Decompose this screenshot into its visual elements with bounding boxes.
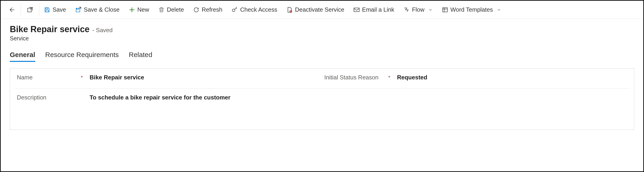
check-access-label: Check Access [240,6,277,13]
email-icon [354,7,360,13]
tab-related[interactable]: Related [129,51,152,62]
deactivate-label: Deactivate Service [295,6,344,13]
field-name[interactable]: Name * Bike Repair service [14,68,322,87]
save-button[interactable]: Save [39,1,70,19]
form-row: Description To schedule a bike repair se… [14,89,630,130]
description-value[interactable]: To schedule a bike repair service for th… [90,94,230,101]
flow-button[interactable]: Flow [399,1,437,19]
popout-icon [27,7,33,13]
delete-button[interactable]: Delete [154,1,188,19]
save-close-icon [75,7,82,13]
form-row: Name * Bike Repair service Initial Statu… [14,68,630,89]
tab-list: General Resource Requirements Related [1,51,643,62]
save-close-button[interactable]: Save & Close [70,1,124,19]
flow-icon [404,7,410,13]
deactivate-button[interactable]: Deactivate Service [282,1,349,19]
field-label: Initial Status Reason * [324,74,397,81]
word-templates-label: Word Templates [450,6,493,13]
new-button[interactable]: New [124,1,154,19]
refresh-icon [193,7,200,13]
command-bar: Save Save & Close New Delete Refresh Che… [1,1,643,19]
trash-icon [158,7,165,13]
chevron-down-icon [497,8,501,12]
delete-label: Delete [167,6,184,13]
word-templates-icon [442,7,448,13]
save-label: Save [52,6,66,13]
flow-label: Flow [412,6,424,13]
page-title: Bike Repair service [10,24,90,34]
plus-icon [129,7,135,13]
svg-rect-1 [46,8,48,9]
save-icon [44,7,50,13]
email-link-label: Email a Link [362,6,394,13]
record-header: Bike Repair service - Saved Service [1,19,643,42]
name-value[interactable]: Bike Repair service [90,74,144,81]
status-label-text: Initial Status Reason [324,74,378,81]
field-label: Description [17,94,90,101]
required-mark: * [388,75,390,80]
svg-rect-2 [46,10,48,12]
form-panel: Name * Bike Repair service Initial Statu… [10,68,634,130]
description-label-text: Description [17,94,46,101]
entity-name: Service [10,35,634,42]
svg-rect-6 [354,8,359,11]
tab-resource-requirements[interactable]: Resource Requirements [45,51,119,62]
svg-rect-7 [442,8,447,12]
email-link-button[interactable]: Email a Link [349,1,399,19]
back-button[interactable] [2,1,21,19]
word-templates-button[interactable]: Word Templates [437,1,506,19]
refresh-button[interactable]: Refresh [188,1,227,19]
deactivate-icon [286,7,293,13]
field-description[interactable]: Description To schedule a bike repair se… [14,89,630,107]
saved-indicator: - Saved [92,27,113,34]
status-value[interactable]: Requested [397,74,427,81]
key-icon [232,7,238,13]
field-initial-status-reason[interactable]: Initial Status Reason * Requested [322,68,630,87]
svg-rect-3 [77,8,78,9]
new-label: New [137,6,149,13]
save-close-label: Save & Close [84,6,120,13]
refresh-label: Refresh [202,6,222,13]
back-arrow-icon [8,7,15,13]
name-label-text: Name [17,74,32,81]
tab-general[interactable]: General [10,51,35,62]
required-mark: * [81,75,83,80]
check-access-button[interactable]: Check Access [227,1,282,19]
field-label: Name * [17,74,90,81]
chevron-down-icon [428,8,433,12]
popout-button[interactable] [21,1,39,19]
